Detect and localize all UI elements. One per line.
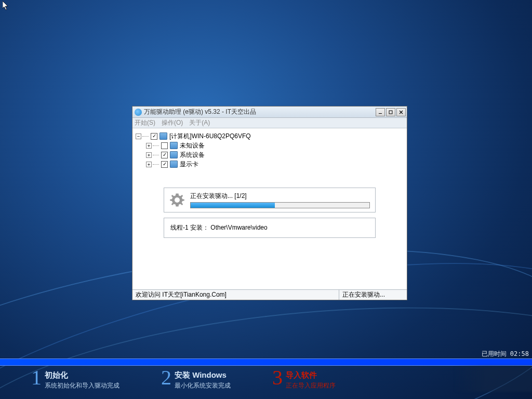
expander-plus-icon[interactable]: +: [146, 143, 152, 149]
expander-plus-icon[interactable]: +: [146, 152, 152, 158]
progress-panel: 正在安装驱动... [1/2]: [164, 188, 376, 212]
progress-label: 正在安装驱动... [1/2]: [190, 192, 370, 201]
menubar: 开始(S) 操作(O) 关于(A): [132, 118, 407, 128]
step-subtitle: 系统初始化和导入驱动完成: [45, 381, 119, 390]
maximize-button[interactable]: [386, 108, 395, 116]
step-number: 3: [272, 367, 283, 388]
svg-rect-1: [389, 111, 392, 114]
step-title: 安装 Windows: [175, 370, 231, 380]
device-icon: [170, 151, 178, 158]
window-title: 万能驱动助理 (e驱动) v5.32 - IT天空出品: [144, 108, 376, 116]
step-2: 2 安装 Windows 最小化系统安装完成: [161, 367, 231, 397]
status-activity: 正在安装驱动...: [339, 290, 407, 300]
device-tree: − [计算机]WIN-6U8Q2PQ6VFQ + 未知设备 + 系统设备 +: [132, 128, 407, 171]
device-icon: [170, 142, 178, 149]
device-icon: [170, 161, 178, 168]
progress-bar: [190, 202, 370, 208]
driver-installer-window: 万能驱动助理 (e驱动) v5.32 - IT天空出品 开始(S) 操作(O) …: [132, 106, 407, 300]
gear-icon: [169, 192, 185, 208]
app-icon: [135, 109, 142, 116]
step-subtitle: 最小化系统安装完成: [175, 381, 231, 390]
checkbox[interactable]: [161, 152, 168, 158]
checkbox[interactable]: [151, 133, 157, 140]
step-title: 初始化: [45, 370, 119, 380]
step-number: 2: [161, 367, 171, 388]
tree-node-computer[interactable]: − [计算机]WIN-6U8Q2PQ6VFQ: [136, 131, 404, 141]
svg-rect-0: [379, 113, 382, 114]
expander-plus-icon[interactable]: +: [146, 162, 152, 167]
tree-node-display[interactable]: + 显示卡: [136, 159, 404, 169]
minimize-button[interactable]: [376, 108, 385, 116]
menu-operation[interactable]: 操作(O): [162, 118, 183, 127]
tree-node-system[interactable]: + 系统设备: [136, 150, 404, 159]
step-1: 1 初始化 系统初始化和导入驱动完成: [31, 367, 119, 397]
statusbar: 欢迎访问 IT天空[iTianKong.Com] 正在安装驱动...: [132, 289, 407, 300]
cursor-icon: [3, 1, 9, 10]
menu-about[interactable]: 关于(A): [189, 118, 210, 127]
step-3: 3 导入软件 正在导入应用程序: [272, 367, 336, 397]
close-button[interactable]: [396, 108, 406, 116]
step-title: 导入软件: [286, 370, 336, 380]
tree-label: [计算机]WIN-6U8Q2PQ6VFQ: [169, 132, 251, 141]
elapsed-time: 已用时间 02:58: [482, 350, 529, 358]
tree-label: 显示卡: [180, 160, 198, 169]
overall-progress-bar: [0, 358, 532, 366]
tree-label: 未知设备: [180, 141, 205, 150]
step-subtitle: 正在导入应用程序: [286, 381, 336, 390]
tree-label: 系统设备: [180, 151, 205, 159]
tree-node-unknown[interactable]: + 未知设备: [136, 141, 404, 150]
menu-start[interactable]: 开始(S): [135, 118, 155, 127]
expander-minus-icon[interactable]: −: [136, 134, 141, 139]
computer-icon: [159, 132, 167, 140]
step-number: 1: [31, 367, 42, 388]
checkbox[interactable]: [161, 142, 168, 149]
status-link[interactable]: 欢迎访问 IT天空[iTianKong.Com]: [132, 290, 339, 300]
thread-text: 线程-1 安装： Other\Vmware\video: [170, 224, 268, 231]
titlebar[interactable]: 万能驱动助理 (e驱动) v5.32 - IT天空出品: [132, 107, 407, 118]
checkbox[interactable]: [161, 161, 168, 168]
thread-status-panel: 线程-1 安装： Other\Vmware\video: [164, 218, 376, 238]
install-steps: 1 初始化 系统初始化和导入驱动完成 2 安装 Windows 最小化系统安装完…: [0, 367, 532, 397]
